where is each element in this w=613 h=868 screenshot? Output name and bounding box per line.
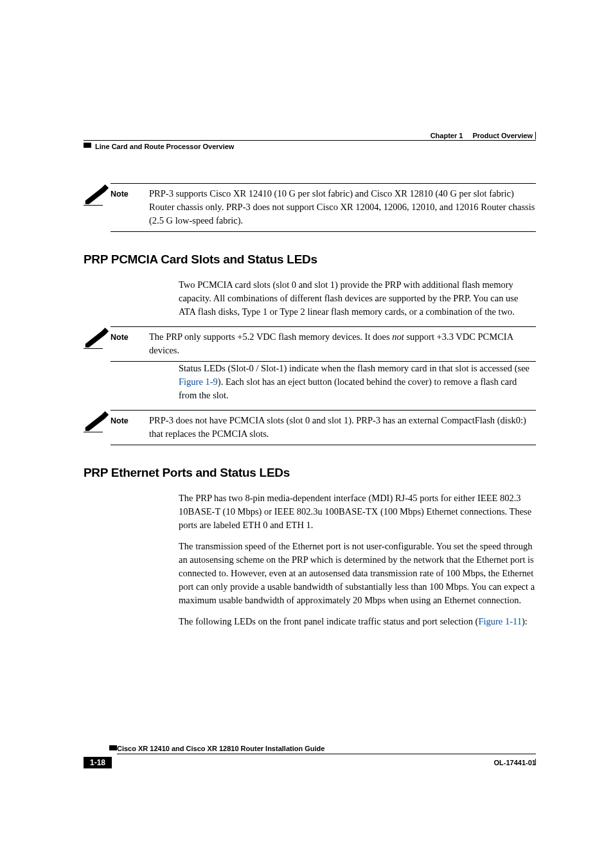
footer-marker: [109, 745, 117, 750]
note-block-2: Note The PRP only supports +5.2 VDC flas…: [84, 326, 536, 362]
chapter-label: Chapter 1: [431, 132, 463, 139]
chapter-title: Product Overview: [472, 132, 533, 139]
footer-tick: [535, 759, 536, 765]
note-label: Note: [111, 330, 149, 357]
note-text: The PRP only supports +5.2 VDC flash mem…: [149, 330, 536, 357]
header-tick: [535, 132, 536, 139]
eth-para-1: The PRP has two 8-pin media-dependent in…: [179, 492, 536, 532]
para3-b: ):: [522, 616, 528, 626]
section-heading-pcmcia: PRP PCMCIA Card Slots and Status LEDs: [84, 252, 536, 267]
page-content: Note PRP-3 supports Cisco XR 12410 (10 G…: [84, 183, 536, 628]
page-footer: Cisco XR 12410 and Cisco XR 12810 Router…: [84, 745, 536, 768]
note2-a: The PRP only supports +5.2 VDC flash mem…: [149, 332, 392, 342]
para2-b: ). Each slot has an eject button (locate…: [179, 376, 517, 400]
pencil-icon: [84, 410, 111, 445]
section-heading-ethernet: PRP Ethernet Ports and Status LEDs: [84, 466, 536, 480]
pcmcia-para-2: Status LEDs (Slot-0 / Slot-1) indicate w…: [179, 362, 536, 402]
note-label: Note: [111, 414, 149, 441]
figure-link-2[interactable]: Figure 1-11: [478, 616, 522, 626]
note-text: PRP-3 supports Cisco XR 12410 (10 G per …: [149, 187, 536, 227]
para3-a: The following LEDs on the front panel in…: [179, 616, 478, 626]
pencil-icon: [84, 183, 111, 232]
note-block-3: Note PRP-3 does not have PCMCIA slots (s…: [84, 410, 536, 445]
note-text: PRP-3 does not have PCMCIA slots (slot 0…: [149, 414, 536, 441]
para2-a: Status LEDs (Slot-0 / Slot-1) indicate w…: [179, 363, 529, 373]
note-label: Note: [111, 187, 149, 227]
page-number: 1-18: [84, 757, 112, 768]
doc-number: OL-17441-01: [494, 759, 536, 766]
pencil-icon: [84, 326, 111, 362]
note2-ital: not: [392, 332, 404, 342]
header-marker: [84, 143, 91, 148]
page-header-left: Line Card and Route Processor Overview: [95, 143, 234, 150]
pcmcia-para-1: Two PCMCIA card slots (slot 0 and slot 1…: [179, 278, 536, 319]
note-block-1: Note PRP-3 supports Cisco XR 12410 (10 G…: [84, 183, 536, 232]
footer-guide-title: Cisco XR 12410 and Cisco XR 12810 Router…: [117, 745, 536, 754]
eth-para-2: The transmission speed of the Ethernet p…: [179, 540, 536, 607]
header-rule: [84, 140, 536, 141]
eth-para-3: The following LEDs on the front panel in…: [179, 615, 536, 628]
figure-link[interactable]: Figure 1-9: [179, 376, 218, 387]
page-header-right: Chapter 1 Product Overview: [431, 132, 533, 139]
